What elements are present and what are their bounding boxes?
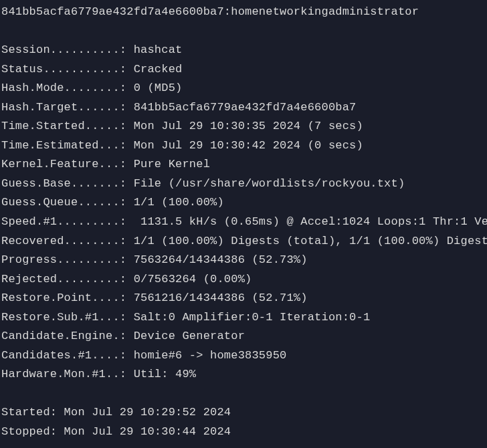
kernel-feature-line: Kernel.Feature...: Pure Kernel — [1, 155, 487, 175]
restore-sub-line: Restore.Sub.#1...: Salt:0 Amplifier:0-1 … — [1, 308, 487, 328]
hash-target-line: Hash.Target......: 841bb5acfa6779ae432fd… — [1, 98, 487, 118]
restore-point-line: Restore.Point....: 7561216/14344386 (52.… — [1, 289, 487, 308]
started-line: Started: Mon Jul 29 10:29:52 2024 — [1, 403, 487, 423]
rejected-line: Rejected.........: 0/7563264 (0.00%) — [1, 270, 487, 290]
candidates-line: Candidates.#1....: homie#6 -> home383595… — [1, 346, 487, 366]
blank-line — [1, 384, 487, 404]
time-started-line: Time.Started.....: Mon Jul 29 10:30:35 2… — [1, 117, 487, 136]
recovered-line: Recovered........: 1/1 (100.00%) Digests… — [1, 232, 487, 251]
candidate-engine-line: Candidate.Engine.: Device Generator — [1, 327, 487, 346]
progress-line: Progress.........: 7563264/14344386 (52.… — [1, 251, 487, 270]
blank-line — [1, 22, 487, 41]
stopped-line: Stopped: Mon Jul 29 10:30:44 2024 — [1, 423, 487, 442]
hash-mode-line: Hash.Mode........: 0 (MD5) — [1, 79, 487, 98]
session-line: Session..........: hashcat — [1, 41, 487, 60]
status-line: Status...........: Cracked — [1, 60, 487, 80]
guess-base-line: Guess.Base.......: File (/usr/share/word… — [1, 175, 487, 194]
guess-queue-line: Guess.Queue......: 1/1 (100.00%) — [1, 193, 487, 213]
hardware-mon-line: Hardware.Mon.#1..: Util: 49% — [1, 365, 487, 384]
hashcat-result-line: 841bb5acfa6779ae432fd7a4e6600ba7:homenet… — [1, 3, 487, 22]
speed-line: Speed.#1.........: 1131.5 kH/s (0.65ms) … — [1, 213, 487, 232]
time-estimated-line: Time.Estimated...: Mon Jul 29 10:30:42 2… — [1, 136, 487, 156]
